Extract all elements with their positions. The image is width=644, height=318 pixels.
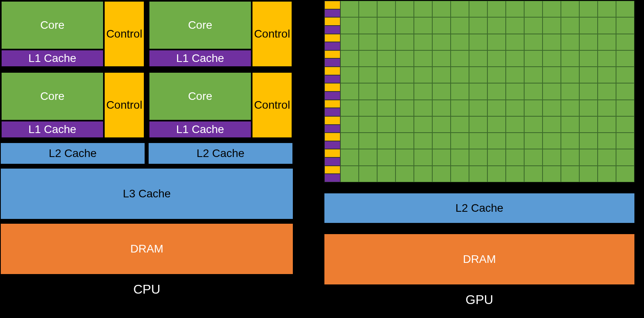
gpu-core-cell [561, 133, 579, 149]
gpu-core-cell [598, 149, 616, 165]
gpu-core-cell [396, 50, 414, 67]
gpu-core-cell [451, 50, 469, 67]
gpu-core-cell [579, 166, 598, 182]
gpu-core-cell [469, 100, 487, 116]
gpu-title: GPU [324, 292, 635, 318]
gpu-control-slice [324, 116, 340, 125]
gpu-core-cell [451, 34, 469, 50]
gpu-core-cell [598, 50, 616, 67]
gpu-core-cell [579, 100, 598, 116]
core-left: Core L1 Cache [1, 1, 104, 67]
gpu-diagram: L2 Cache DRAM GPU [324, 0, 635, 318]
gpu-core-cell [543, 17, 561, 34]
gpu-core-cell [616, 17, 634, 34]
gpu-core-cell [396, 1, 414, 17]
gpu-core-cell [487, 67, 506, 83]
gpu-core-cell [543, 100, 561, 116]
gpu-core-cell [396, 83, 414, 99]
cpu-dram: DRAM [0, 223, 294, 275]
gpu-core-cell [432, 67, 451, 83]
gpu-core-cell [451, 100, 469, 116]
gpu-core-cell [543, 34, 561, 50]
gpu-core-cell [359, 100, 377, 116]
core-unit: Core L1 Cache Control [0, 0, 145, 68]
gpu-core-cell [598, 34, 616, 50]
gpu-core-cell [579, 83, 598, 99]
control-block: Control [104, 72, 145, 138]
gpu-core-cell [432, 100, 451, 116]
gpu-dram: DRAM [324, 233, 635, 285]
gpu-core-cell [616, 50, 634, 67]
gpu-core-cell [487, 116, 506, 133]
gpu-core-cell [579, 34, 598, 50]
gpu-core-cell [616, 166, 634, 182]
core-block: Core [1, 72, 104, 121]
gpu-core-cell [616, 133, 634, 149]
core-left: Core L1 Cache [1, 72, 104, 138]
gpu-l2-cache: L2 Cache [324, 193, 635, 224]
gpu-core-cell [340, 133, 359, 149]
gpu-l1-slice [324, 108, 340, 116]
gpu-core-cell [524, 1, 543, 17]
gpu-core-cell [543, 50, 561, 67]
core-block: Core [149, 72, 252, 121]
gpu-core-cell [414, 166, 432, 182]
gpu-core-cell [579, 116, 598, 133]
gpu-core-cell [469, 34, 487, 50]
gpu-core-cell [432, 166, 451, 182]
gpu-core-cell [506, 17, 524, 34]
gpu-core-cell [396, 133, 414, 149]
gpu-core-cell [359, 17, 377, 34]
gpu-core-cell [616, 100, 634, 116]
gpu-core-cell [414, 133, 432, 149]
gpu-core-cell [524, 17, 543, 34]
core-left: Core L1 Cache [149, 1, 252, 67]
gpu-core-cell [524, 133, 543, 149]
gpu-core-cell [543, 133, 561, 149]
l1-cache: L1 Cache [1, 50, 104, 67]
gpu-core-cell [561, 100, 579, 116]
gpu-core-cell [579, 149, 598, 165]
gpu-core-cell [598, 100, 616, 116]
gpu-core-cell [543, 116, 561, 133]
gpu-core-cell [396, 116, 414, 133]
gpu-core-cell [579, 67, 598, 83]
l1-cache: L1 Cache [149, 121, 252, 138]
gpu-core-cell [432, 149, 451, 165]
control-block: Control [104, 1, 145, 67]
gpu-core-cell [469, 133, 487, 149]
gpu-core-cell [616, 149, 634, 165]
gpu-core-cell [359, 34, 377, 50]
gpu-core-cell [598, 67, 616, 83]
control-block: Control [252, 72, 292, 138]
gpu-core-cell [579, 133, 598, 149]
gpu-core-cell [524, 67, 543, 83]
gpu-core-cell [543, 166, 561, 182]
gpu-core-cell [561, 34, 579, 50]
gpu-core-cell [432, 1, 451, 17]
l2-row: L2 Cache L2 Cache [0, 142, 294, 165]
gpu-l1-slice [324, 42, 340, 50]
l1-cache: L1 Cache [149, 50, 252, 67]
gpu-control-slice [324, 34, 340, 42]
gpu-core-cell [359, 149, 377, 165]
gpu-core-cell [524, 166, 543, 182]
gpu-core-cell [396, 67, 414, 83]
gpu-core-cell [524, 83, 543, 99]
gpu-core-cell [414, 100, 432, 116]
gpu-core-cell [616, 34, 634, 50]
gpu-l1-slice [324, 157, 340, 166]
gpu-sm-stripe [324, 1, 340, 182]
gpu-core-cell [506, 100, 524, 116]
gpu-core-cell [616, 116, 634, 133]
gpu-core-cell [543, 1, 561, 17]
gpu-core-cell [396, 166, 414, 182]
gpu-core-cell [469, 67, 487, 83]
gpu-core-cell [340, 1, 359, 17]
gpu-core-cell [451, 149, 469, 165]
gpu-core-cell [451, 116, 469, 133]
gpu-core-cell [432, 133, 451, 149]
gpu-core-cell [561, 17, 579, 34]
core-row-bottom: Core L1 Cache Control Core L1 Cache Cont… [0, 71, 294, 139]
gpu-core-cell [487, 100, 506, 116]
